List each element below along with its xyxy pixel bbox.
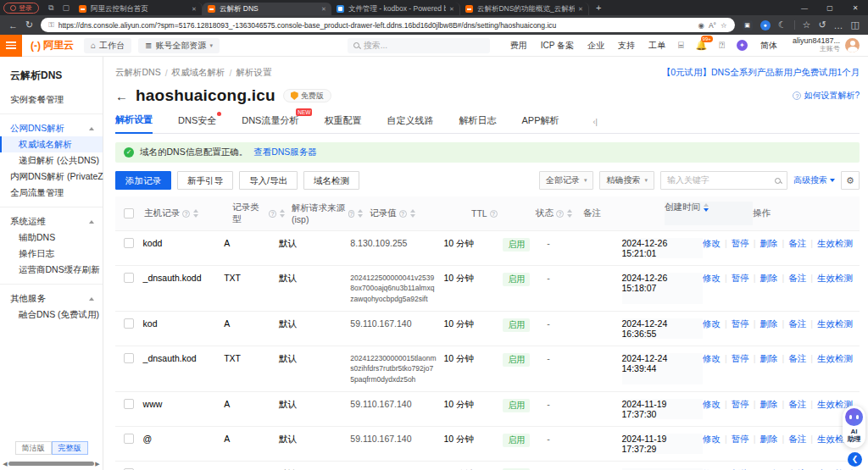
修改-link[interactable]: 修改 [703,434,721,444]
history-icon[interactable]: ↺ [818,19,826,30]
暂停-link[interactable]: 暂停 [732,353,749,363]
新手引导-button[interactable]: 新手引导 [177,171,233,190]
keyword-input[interactable]: 输入关键字 [660,171,787,190]
tab-close-icon[interactable]: ✕ [578,6,583,13]
备注-link[interactable]: 备注 [788,434,806,444]
row-checkbox[interactable] [124,318,134,329]
修改-link[interactable]: 修改 [703,238,721,248]
sort-icon[interactable] [193,209,198,218]
read-aloud-icon[interactable]: A° [709,21,716,30]
备注-link[interactable]: 备注 [788,273,806,283]
advanced-search-link[interactable]: 高级搜索 [793,174,835,186]
ai-assistant-widget[interactable]: AI 助理 [843,406,865,448]
info-icon[interactable]: ? [182,210,190,218]
copilot-icon[interactable]: ● [760,20,771,30]
browser-tab[interactable]: 云解析DNS的功能概览_云解析DN✕ [460,3,589,15]
暂停-link[interactable]: 暂停 [732,399,749,409]
tab-权重配置[interactable]: 权重配置 [324,114,361,133]
修改-link[interactable]: 修改 [703,318,721,329]
sidebar-item[interactable]: 权威域名解析 [0,136,103,152]
favorite-star-icon[interactable]: ☆ [721,21,727,30]
info-icon[interactable]: ? [490,210,498,218]
sidebar-group-系统运维[interactable]: 系统运维 [0,213,103,229]
gear-icon[interactable]: ⚙ [841,171,860,190]
breadcrumb-item[interactable]: 权威域名解析 [172,67,225,79]
tab-DNS安全[interactable]: DNS安全 [178,114,216,133]
vertical-tabs-icon[interactable]: ▢ [62,3,70,12]
browser-tab[interactable]: 文件管理 - kodbox - Powered by✕ [331,3,460,15]
language-switch[interactable]: 简体 [760,40,777,52]
修改-link[interactable]: 修改 [703,353,721,363]
row-checkbox[interactable] [124,353,134,363]
tracking-prevention-icon[interactable]: ◉ [698,21,704,30]
product-menu-icon[interactable] [0,35,22,57]
生效检测-link[interactable]: 生效检测 [817,238,853,248]
row-checkbox[interactable] [124,273,134,283]
sidebar-item[interactable]: 递归解析 (公共DNS) [0,152,103,169]
info-icon[interactable]: ? [399,210,407,218]
生效检测-link[interactable]: 生效检测 [817,318,853,329]
help-link[interactable]: ? 如何设置解析? [793,90,860,102]
full-version-button[interactable]: 完整版 [52,441,88,455]
sidebar-item[interactable]: 内网DNS解析 (PrivateZone)NEW [0,169,103,185]
sort-icon[interactable] [280,209,285,218]
sidebar-group-公网DNS解析[interactable]: 公网DNS解析 [0,120,103,136]
browser-tab[interactable]: 阿里云控制台首页✕ [74,3,203,15]
refresh-icon[interactable]: ↻ [25,19,33,30]
sort-icon[interactable] [567,209,572,218]
view-dns-servers-link[interactable]: 查看DNS服务器 [253,147,317,158]
域名检测-button[interactable]: 域名检测 [303,171,359,190]
scroll-thumb[interactable] [8,462,94,466]
备注-link[interactable]: 备注 [788,318,806,329]
address-bar[interactable]: ⚿ https://dns.console.aliyun.com/?spm=51… [41,18,734,32]
extension-icon[interactable]: ▣ [743,20,753,30]
tab-DNS流量分析[interactable]: DNS流量分析NEW [242,114,298,133]
导入/导出-button[interactable]: 导入/导出 [239,171,298,190]
sort-icon[interactable] [358,209,363,218]
info-icon[interactable]: ? [269,210,276,218]
sidebar-item[interactable]: 全局流量管理 [0,185,103,201]
browser-tab[interactable]: 云解析 DNS✕ [203,3,331,15]
tab-解析设置[interactable]: 解析设置 [115,113,153,134]
aliyun-logo[interactable]: (-) 阿里云 [31,38,74,53]
sort-icon[interactable] [410,209,415,218]
暂停-link[interactable]: 暂停 [732,238,749,248]
暂停-link[interactable]: 暂停 [732,273,749,283]
record-type-filter[interactable]: 全部记录 ▾ [539,171,594,190]
tab-APP解析[interactable]: APP解析 [521,114,559,133]
sidebar-hscrollbar[interactable]: ◀ ▶ [2,461,101,467]
nav-link[interactable]: 企业 [587,40,604,52]
scroll-right-icon[interactable]: ▶ [94,461,101,467]
备注-link[interactable]: 备注 [788,399,806,409]
console-icon[interactable]: ⌸ [678,40,684,51]
tab-自定义线路[interactable]: 自定义线路 [387,114,433,133]
备注-link[interactable]: 备注 [788,353,806,363]
暂停-link[interactable]: 暂停 [732,434,749,444]
删除-link[interactable]: 删除 [760,318,778,329]
url-text[interactable]: https://dns.console.aliyun.com/?spm=5176… [58,21,694,30]
info-icon[interactable]: ? [556,210,564,218]
生效检测-link[interactable]: 生效检测 [817,273,853,283]
minimize-button[interactable]: — [792,4,817,12]
sidebar-group-其他服务[interactable]: 其他服务 [0,290,103,307]
tab-close-icon[interactable]: ✕ [192,6,197,13]
tabs-collapse-icon[interactable]: ‹| [593,118,597,133]
sort-icon[interactable] [704,203,709,212]
resources-dropdown[interactable]: ≣ 账号全部资源 ▾ [138,38,220,53]
browser-profile-button[interactable]: 登录 [3,3,39,14]
tab-close-icon[interactable]: ✕ [449,6,454,13]
备注-link[interactable]: 备注 [788,238,806,248]
row-checkbox[interactable] [124,238,134,248]
添加记录-button[interactable]: 添加记录 [115,171,171,190]
breadcrumb-item[interactable]: 云解析DNS [115,67,161,79]
生效检测-link[interactable]: 生效检测 [817,353,853,363]
question-icon[interactable]: ⍰ [719,40,725,51]
maximize-button[interactable]: ▢ [817,4,843,12]
修改-link[interactable]: 修改 [703,273,721,283]
search-mode-select[interactable]: 精确搜索 ▾ [599,171,654,190]
select-all-checkbox[interactable] [124,208,134,218]
scroll-left-icon[interactable]: ◀ [2,461,8,467]
back-arrow-icon[interactable]: ← [115,90,128,102]
collapse-panel-fab[interactable]: ❮ [848,452,862,467]
back-icon[interactable]: ← [8,20,18,30]
